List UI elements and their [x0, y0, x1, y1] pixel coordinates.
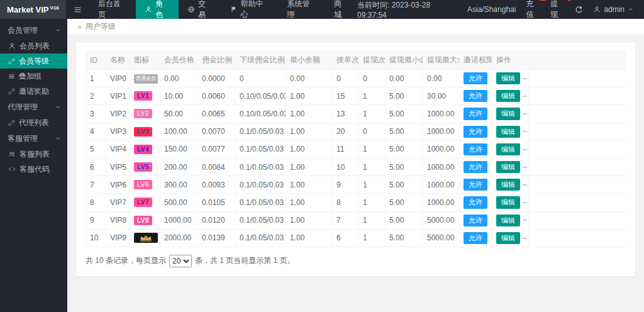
edit-button[interactable]: 编辑	[496, 196, 520, 208]
edit-button[interactable]: 编辑	[496, 90, 520, 102]
cell-invite: 允许	[460, 123, 492, 140]
cell-value: 1.00	[286, 229, 333, 247]
more-indicator	[523, 149, 527, 150]
current-time: 当前时间: 2023-03-28 09:37:54	[357, 0, 457, 20]
allow-button[interactable]: 允许	[464, 143, 487, 155]
cell-value: 20	[333, 123, 359, 140]
allow-button[interactable]: 允许	[464, 108, 487, 120]
cell-invite: 允许	[460, 158, 492, 176]
top-menu-item-6[interactable]: 商城	[325, 0, 357, 19]
table-row: 9VIP8LV81000.000.01200.1/0.05/0.031.0071…	[86, 211, 626, 229]
cell-value: 6	[333, 229, 359, 247]
user-icon	[145, 6, 152, 13]
cell-value: 1000.00	[423, 176, 460, 194]
allow-button[interactable]: 允许	[464, 179, 487, 191]
withdraw-link[interactable]: 提现 0	[550, 0, 565, 20]
sidebar-item[interactable]: 客服列表	[0, 147, 67, 162]
allow-button[interactable]: 允许	[464, 214, 487, 226]
cell-filler	[529, 123, 626, 140]
refresh-button[interactable]	[575, 6, 583, 14]
edit-button[interactable]: 编辑	[496, 232, 520, 244]
cell-value: 0.1/0.05/0.03	[236, 123, 286, 140]
cell-value: 0.1/0.05/0.03	[236, 158, 286, 176]
cell-value: 0.0000	[198, 70, 236, 87]
cell-invite: 允许	[460, 105, 492, 123]
sidebar-item[interactable]: 邀请奖励	[0, 84, 67, 99]
sidebar-item[interactable]: 叠加组	[0, 69, 67, 84]
more-indicator	[523, 220, 527, 221]
top-menu-item-2[interactable]: 角色	[136, 0, 179, 19]
edit-button[interactable]: 编辑	[496, 72, 520, 84]
cell-value: 7	[333, 211, 359, 229]
vip-level-badge: LV8	[134, 216, 152, 225]
sidebar-item[interactable]: 会员等级	[0, 53, 67, 69]
cell-value: 100.00	[160, 123, 198, 140]
chevron-down-icon	[55, 104, 61, 110]
cell-filler	[529, 194, 626, 211]
edit-button[interactable]: 编辑	[496, 126, 520, 138]
sidebar-item[interactable]: 客服代码	[0, 162, 67, 177]
sidebar-group-1[interactable]: 会员管理	[0, 22, 67, 38]
more-indicator	[523, 167, 527, 168]
allow-button[interactable]: 允许	[464, 196, 487, 208]
cell-value: 1	[359, 211, 386, 229]
sidebar-item-label: 会员列表	[19, 41, 50, 52]
edit-button[interactable]: 编辑	[496, 179, 520, 191]
table-row: 1VIP0普通会员0.000.000000.00000.000.00允许编辑	[86, 70, 626, 87]
cell-value: 0.10/0.05/0.03	[236, 105, 286, 123]
cell-value: 1.00	[286, 140, 333, 158]
more-indicator	[523, 78, 527, 79]
cell-value: 1000.00	[423, 123, 460, 140]
cell-filler	[529, 140, 626, 158]
cell-value: 1.00	[286, 87, 333, 105]
allow-button[interactable]: 允许	[464, 232, 487, 244]
cell-value: 0.00	[286, 70, 333, 87]
page-size-select[interactable]: 20	[169, 255, 192, 267]
edit-button[interactable]: 编辑	[496, 214, 520, 226]
sidebar-group-2[interactable]: 代理管理	[0, 99, 67, 115]
cell-value: 5000.00	[423, 229, 460, 247]
cell-value: 0	[359, 70, 386, 87]
cell-name: VIP2	[106, 105, 130, 123]
cell-value: 8	[333, 194, 359, 211]
main-content: » 用户等级 ID名称图标会员价格佣金比例下级佣金比例最小余额接单次数提现次数提…	[67, 19, 644, 312]
user-menu[interactable]: admin	[593, 5, 634, 14]
cell-icon: LV7	[130, 194, 160, 211]
cell-value: 1	[359, 140, 386, 158]
allow-button[interactable]: 允许	[464, 161, 487, 173]
recharge-count-badge: 67	[538, 0, 548, 1]
breadcrumb: » 用户等级	[67, 19, 644, 35]
top-menu-item-label: 商城	[334, 0, 348, 20]
sidebar-item[interactable]: 会员列表	[0, 38, 67, 53]
table-row: 4VIP3LV3100.000.00700.1/0.05/0.031.00200…	[86, 123, 626, 140]
cell-value: 0.10/0.05/0.03	[236, 87, 286, 105]
cell-value: 1000.00	[423, 194, 460, 211]
recharge-link[interactable]: 充值 67	[526, 0, 540, 20]
sidebar-toggle-button[interactable]	[66, 0, 89, 19]
allow-button[interactable]: 允许	[464, 72, 487, 84]
top-menu-item-5[interactable]: 系统管理	[278, 0, 325, 19]
timezone: Asia/Shanghai	[467, 5, 516, 14]
top-menu-item-4[interactable]: 帮助中心	[221, 0, 279, 19]
cell-id: 10	[86, 229, 106, 247]
cell-value: 10.00	[160, 87, 198, 105]
cell-actions: 编辑	[492, 123, 529, 140]
vip-level-badge	[134, 233, 158, 243]
vip-level-badge: LV7	[134, 198, 152, 207]
top-menu-item-3[interactable]: 交易	[179, 0, 221, 19]
sidebar-group-3[interactable]: 客服管理	[0, 130, 67, 147]
sidebar-item[interactable]: 代理列表	[0, 115, 67, 130]
cell-filler	[529, 211, 626, 229]
allow-button[interactable]: 允许	[464, 90, 487, 102]
edit-button[interactable]: 编辑	[496, 108, 520, 120]
cell-icon: LV4	[130, 140, 160, 158]
allow-button[interactable]: 允许	[464, 126, 487, 138]
cell-actions: 编辑	[492, 194, 529, 211]
cell-value: 0.1/0.05/0.03	[236, 229, 286, 247]
edit-button[interactable]: 编辑	[496, 143, 520, 155]
cell-value: 1.00	[286, 176, 333, 194]
top-menu-item-1[interactable]: 后台首页	[89, 0, 136, 19]
edit-button[interactable]: 编辑	[496, 161, 520, 173]
sidebar-item-label: 代理列表	[19, 118, 49, 128]
cell-value: 2000.00	[160, 229, 198, 247]
